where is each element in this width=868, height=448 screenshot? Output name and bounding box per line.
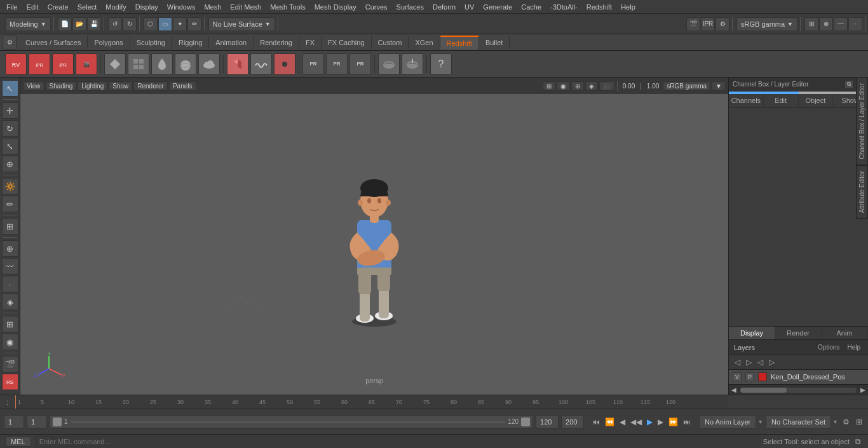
menu-edit-mesh[interactable]: Edit Mesh	[226, 2, 265, 12]
paint-select-lt[interactable]: ✏	[2, 196, 18, 212]
shelf-tab-rigging[interactable]: Rigging	[172, 36, 209, 49]
shelf-icon-pr3[interactable]: PR	[349, 53, 371, 75]
layers-display-tab[interactable]: Display	[729, 327, 775, 339]
playback-slider[interactable]: 1 120	[50, 415, 533, 429]
shelf-icon-drop[interactable]	[151, 53, 173, 75]
menu-file[interactable]: File	[3, 2, 22, 12]
vp-shading-menu[interactable]: Shading	[46, 81, 77, 91]
select-tool-btn[interactable]: ⬡	[144, 17, 158, 31]
anim-settings-btn[interactable]: ⚙	[841, 417, 851, 427]
anim-first-btn[interactable]: ⏮	[590, 417, 602, 427]
scroll-track[interactable]	[740, 388, 857, 393]
shelf-gear-btn[interactable]: ⚙	[3, 36, 17, 50]
timeline-tick-area[interactable]: 1 5 10 15 20 25 30 35 40 45 50 55 60 65 …	[15, 395, 728, 409]
rp-tab-edit[interactable]: Edit	[764, 94, 799, 107]
vp-renderer-menu[interactable]: Renderer	[133, 81, 168, 91]
paint-tool-btn[interactable]: ✏	[187, 17, 201, 31]
workspace-selector[interactable]: Modeling ▼	[5, 17, 51, 31]
menu-deform[interactable]: Deform	[429, 2, 459, 12]
mel-toggle-btn[interactable]: MEL	[5, 437, 31, 447]
shelf-tab-sculpting[interactable]: Sculpting	[130, 36, 172, 49]
menu-edit[interactable]: Edit	[23, 2, 43, 12]
layer-item[interactable]: V P Ken_Doll_Dressed_Pos	[729, 370, 868, 384]
shelf-icon-bowl2[interactable]	[402, 53, 423, 75]
layer-p-btn[interactable]: P	[745, 372, 754, 381]
vp-cam-btn[interactable]: 🎥	[599, 81, 614, 91]
menu-mesh-tools[interactable]: Mesh Tools	[266, 2, 309, 12]
rp-float-btn[interactable]: ⧉	[844, 80, 853, 89]
menu-windows[interactable]: Windows	[163, 2, 200, 12]
history-lt[interactable]: ⊞	[2, 316, 18, 332]
show-manip-lt[interactable]: ⊞	[2, 218, 18, 234]
shelf-icon-wave[interactable]	[250, 53, 272, 75]
layers-anim-tab[interactable]: Anim	[822, 327, 868, 339]
shelf-tab-custom[interactable]: Custom	[372, 36, 409, 49]
anim-step-back-btn[interactable]: ◀	[618, 417, 627, 427]
shelf-icon-ipr[interactable]: IPR	[29, 53, 50, 75]
shelf-tab-rendering[interactable]: Rendering	[254, 36, 299, 49]
slider-thumb-right[interactable]	[521, 417, 530, 426]
menu-select[interactable]: Select	[74, 2, 101, 12]
menu-help[interactable]: Help	[617, 2, 639, 12]
layer-icon-3[interactable]: ◁	[756, 357, 765, 367]
scroll-right-btn[interactable]: ▶	[858, 385, 868, 395]
shelf-icon-ipr2[interactable]: IPR	[52, 53, 74, 75]
command-input[interactable]	[35, 436, 759, 447]
menu-mesh-display[interactable]: Mesh Display	[311, 2, 360, 12]
shelf-icon-grid[interactable]	[128, 53, 149, 75]
render-btn[interactable]: 🎬	[686, 17, 700, 31]
open-scene-btn[interactable]: 📂	[72, 17, 86, 31]
shelf-icon-bowl[interactable]	[378, 53, 400, 75]
shelf-icon-diamond[interactable]	[104, 53, 126, 75]
layer-icon-4[interactable]: ▷	[767, 357, 776, 367]
render-settings-btn[interactable]: ⚙	[715, 17, 729, 31]
shelf-icon-donut[interactable]	[274, 53, 295, 75]
vp-gamma-display[interactable]: sRGB gamma	[663, 81, 710, 91]
shelf-icon-help[interactable]: ?	[430, 53, 452, 75]
snap-point-btn[interactable]: ·	[848, 17, 862, 31]
shelf-tab-curves[interactable]: Curves / Surfaces	[19, 36, 88, 49]
menu-create[interactable]: Create	[44, 2, 72, 12]
anim-last-btn[interactable]: ⏭	[681, 417, 693, 427]
rp-tab-channels[interactable]: Channels	[729, 94, 764, 107]
layer-icon-2[interactable]: ▷	[744, 357, 754, 367]
layer-v-btn[interactable]: V	[733, 372, 742, 381]
snap-curve-lt[interactable]: 〰	[2, 258, 18, 275]
layer-icon-1[interactable]: ◁	[733, 357, 742, 367]
soft-select-lt[interactable]: 🔆	[2, 178, 18, 194]
anim-step-fwd-btn[interactable]: ▶	[656, 417, 665, 427]
snap-curve-btn[interactable]: 〰	[834, 17, 848, 31]
snap-grid-btn[interactable]: ⊕	[819, 17, 833, 31]
shelf-tab-polygons[interactable]: Polygons	[88, 36, 130, 49]
anim-layer-arrow[interactable]: ▼	[757, 419, 763, 425]
undo-btn[interactable]: ↺	[108, 17, 122, 31]
render-lt[interactable]: 🎬	[2, 356, 18, 372]
vp-xray-btn[interactable]: ⊕	[571, 81, 584, 91]
vp-gamma-arrow[interactable]: ▼	[712, 81, 726, 91]
menu-display[interactable]: Display	[132, 2, 162, 12]
vp-isolate-btn[interactable]: ◈	[585, 81, 598, 91]
snap-point-lt[interactable]: ·	[2, 276, 18, 292]
menu-uv[interactable]: UV	[461, 2, 478, 12]
snap-grid-lt[interactable]: ⊕	[2, 240, 18, 257]
shelf-icon-pr1[interactable]: PR	[302, 53, 324, 75]
select-tool-lt[interactable]: ↖	[2, 80, 18, 97]
vp-show-menu[interactable]: Show	[109, 81, 132, 91]
slider-thumb-left[interactable]	[53, 417, 62, 426]
anim-next-key-btn[interactable]: ⏩	[667, 417, 680, 427]
layers-help-btn[interactable]: Help	[844, 343, 863, 351]
rotate-tool-lt[interactable]: ↻	[2, 120, 18, 137]
anim-play-back-btn[interactable]: ◀◀	[628, 417, 644, 427]
no-char-set-btn[interactable]: No Character Set	[766, 415, 831, 429]
layers-options-btn[interactable]: Options	[815, 343, 842, 351]
menu-curves[interactable]: Curves	[362, 2, 391, 12]
redo-btn[interactable]: ↻	[123, 17, 137, 31]
side-tab-channel-box[interactable]: Channel Box / Layer Editor	[856, 78, 868, 165]
lasso-tool-btn[interactable]: ✦	[173, 17, 187, 31]
isolate-lt[interactable]: ◉	[2, 334, 18, 350]
universal-tool-lt[interactable]: ⊕	[2, 156, 18, 172]
rp-tab-object[interactable]: Object	[799, 94, 834, 107]
no-live-surface[interactable]: No Live Surface ▼	[208, 17, 275, 31]
scroll-thumb[interactable]	[740, 388, 787, 393]
redshift-lt[interactable]: RS	[2, 374, 18, 390]
